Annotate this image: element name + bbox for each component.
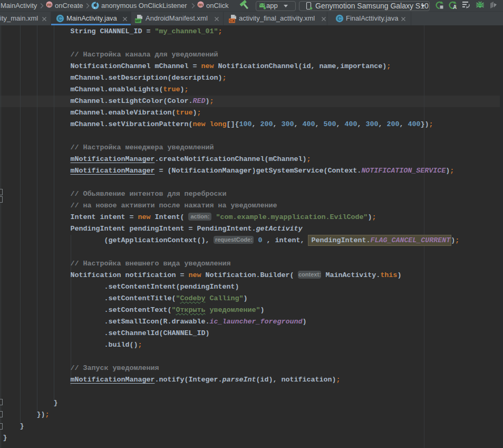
svg-text:CX: CX	[229, 18, 235, 23]
svg-text:C: C	[337, 15, 342, 22]
svg-text:MF: MF	[136, 18, 141, 23]
svg-text:m: m	[47, 2, 51, 7]
svg-text:C: C	[58, 15, 62, 22]
svg-text:m: m	[198, 2, 202, 7]
svg-text:A: A	[453, 4, 457, 9]
